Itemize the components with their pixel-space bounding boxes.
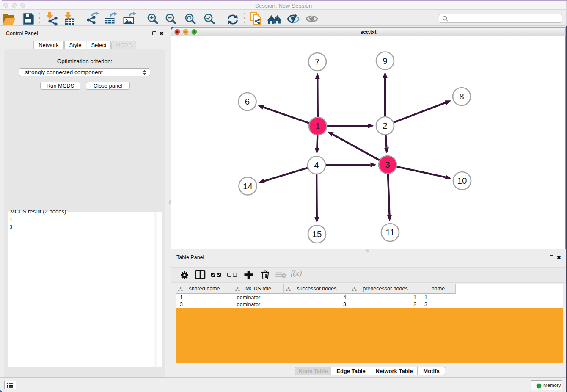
svg-text:15: 15	[312, 229, 322, 239]
svg-text:8: 8	[459, 91, 464, 101]
svg-text:7: 7	[315, 57, 319, 66]
svg-text:6: 6	[245, 97, 250, 106]
svg-text:11: 11	[385, 227, 394, 237]
svg-text:4: 4	[314, 160, 319, 170]
svg-text:3: 3	[385, 160, 390, 169]
svg-text:2: 2	[383, 121, 387, 130]
svg-text:14: 14	[243, 181, 253, 191]
svg-text:10: 10	[457, 176, 467, 185]
svg-text:9: 9	[383, 56, 387, 66]
svg-text:1: 1	[315, 121, 320, 131]
